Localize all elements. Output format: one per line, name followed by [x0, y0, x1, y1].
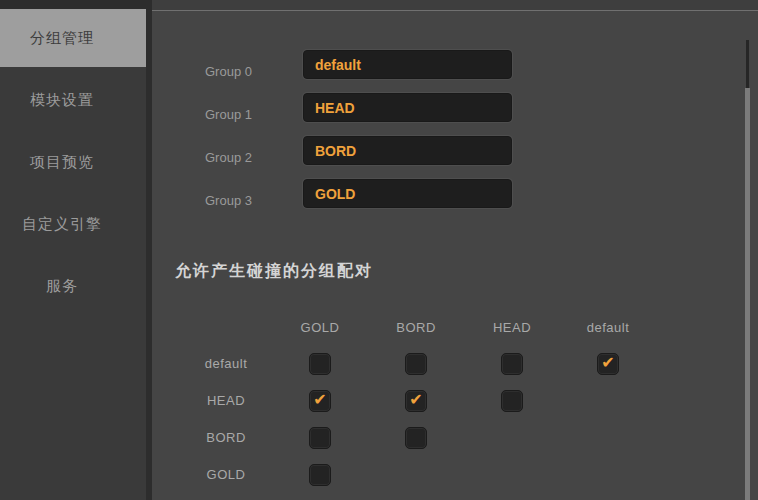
matrix-column-header-GOLD: GOLD	[272, 309, 368, 345]
scrollbar-track[interactable]	[746, 40, 749, 88]
collision-checkbox-default-GOLD[interactable]	[309, 353, 331, 375]
matrix-cell	[272, 345, 368, 382]
matrix-cell	[464, 345, 560, 382]
matrix-cell	[368, 345, 464, 382]
matrix-row-label-GOLD: GOLD	[180, 456, 272, 493]
group-name-input-3[interactable]	[303, 179, 512, 208]
group-manager-panel: Group 0Group 1Group 2Group 3 允许产生碰撞的分组配对…	[152, 10, 758, 500]
sidebar-item-label: 项目预览	[30, 153, 94, 172]
check-icon: ✔	[601, 355, 614, 371]
sidebar: 分组管理模块设置项目预览自定义引擎服务	[0, 9, 146, 500]
collision-checkbox-HEAD-HEAD[interactable]	[501, 390, 523, 412]
group-row: Group 1	[152, 93, 758, 122]
sidebar-item-module-settings[interactable]: 模块设置	[0, 71, 146, 129]
matrix-row-label-BORD: BORD	[180, 419, 272, 456]
matrix-cell: ✔	[368, 382, 464, 419]
matrix-corner	[180, 309, 272, 345]
matrix-cell	[368, 456, 464, 493]
collision-checkbox-HEAD-BORD[interactable]: ✔	[405, 390, 427, 412]
collision-matrix: GOLDBORDHEADdefaultdefault✔HEAD✔✔BORDGOL…	[180, 309, 758, 493]
matrix-cell	[464, 419, 560, 456]
matrix-cell	[560, 419, 656, 456]
sidebar-item-group-manager[interactable]: 分组管理	[0, 9, 146, 67]
matrix-cell: ✔	[272, 382, 368, 419]
matrix-cell	[560, 456, 656, 493]
matrix-cell	[272, 419, 368, 456]
collision-checkbox-default-BORD[interactable]	[405, 353, 427, 375]
check-icon: ✔	[313, 392, 326, 408]
group-name-input-0[interactable]	[303, 50, 512, 79]
group-row: Group 2	[152, 136, 758, 165]
sidebar-item-label: 自定义引擎	[22, 215, 102, 234]
scrollbar-thumb[interactable]	[745, 88, 750, 500]
collision-checkbox-BORD-GOLD[interactable]	[309, 427, 331, 449]
sidebar-item-label: 模块设置	[30, 91, 94, 110]
matrix-cell	[464, 456, 560, 493]
group-label: Group 3	[205, 179, 303, 208]
check-icon: ✔	[409, 392, 422, 408]
collision-checkbox-GOLD-GOLD[interactable]	[309, 464, 331, 486]
collision-checkbox-BORD-BORD[interactable]	[405, 427, 427, 449]
collision-checkbox-default-HEAD[interactable]	[501, 353, 523, 375]
matrix-row-label-default: default	[180, 345, 272, 382]
matrix-column-header-BORD: BORD	[368, 309, 464, 345]
group-row: Group 3	[152, 179, 758, 208]
matrix-cell	[560, 382, 656, 419]
collision-checkbox-HEAD-GOLD[interactable]: ✔	[309, 390, 331, 412]
matrix-column-header-default: default	[560, 309, 656, 345]
matrix-cell: ✔	[560, 345, 656, 382]
group-label: Group 2	[205, 136, 303, 165]
sidebar-item-label: 服务	[46, 277, 78, 296]
matrix-column-header-HEAD: HEAD	[464, 309, 560, 345]
group-label: Group 0	[205, 50, 303, 79]
collision-checkbox-default-default[interactable]: ✔	[597, 353, 619, 375]
project-settings-window: 分组管理模块设置项目预览自定义引擎服务 Group 0Group 1Group …	[0, 0, 758, 500]
group-label: Group 1	[205, 93, 303, 122]
sidebar-item-label: 分组管理	[30, 29, 94, 48]
matrix-cell	[464, 382, 560, 419]
matrix-row-label-HEAD: HEAD	[180, 382, 272, 419]
matrix-cell	[272, 456, 368, 493]
group-row: Group 0	[152, 50, 758, 79]
collision-section-title: 允许产生碰撞的分组配对	[175, 261, 758, 281]
top-strip	[152, 0, 758, 10]
sidebar-item-custom-engine[interactable]: 自定义引擎	[0, 195, 146, 253]
sidebar-item-services[interactable]: 服务	[0, 257, 146, 315]
matrix-cell	[368, 419, 464, 456]
group-name-input-1[interactable]	[303, 93, 512, 122]
group-list: Group 0Group 1Group 2Group 3	[152, 11, 758, 208]
sidebar-item-project-preview[interactable]: 项目预览	[0, 133, 146, 191]
group-name-input-2[interactable]	[303, 136, 512, 165]
